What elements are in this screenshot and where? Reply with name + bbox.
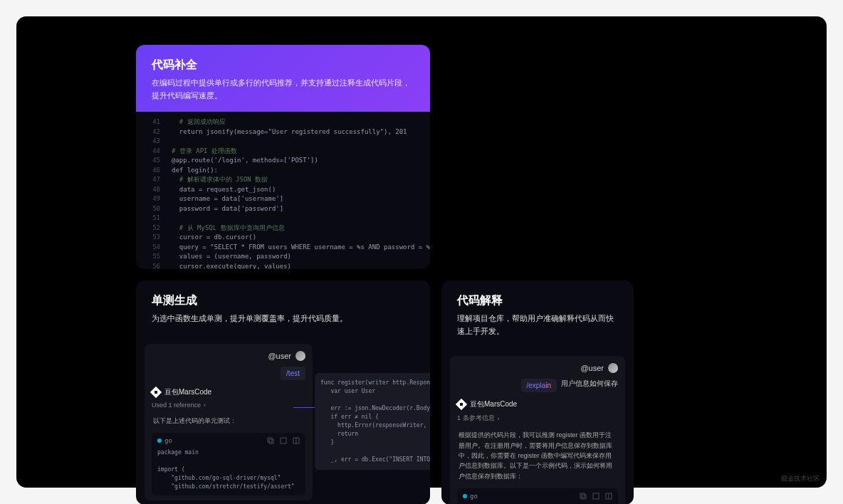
language-tag: go	[463, 493, 478, 500]
card-desc: 为选中函数生成单测，提升单测覆盖率，提升代码质量。	[152, 313, 414, 325]
source-code-preview: func register(writer http.Respon var use…	[315, 373, 430, 470]
code-line: 55 values = (username, password)	[136, 252, 430, 262]
card-desc: 在编码过程中提供单行或多行的代码推荐，并支持通过注释生成代码片段，提升代码编写速…	[152, 77, 414, 102]
avatar-icon	[608, 363, 618, 373]
intro-text: 以下是上述代码的单元测试：	[152, 413, 305, 429]
user-label: @user	[580, 364, 604, 372]
bot-header: 豆包MarsCode	[152, 387, 305, 397]
svg-rect-7	[593, 493, 599, 499]
reference-link[interactable]: 1 条参考信息 ›	[457, 414, 618, 423]
bot-header: 豆包MarsCode	[457, 399, 618, 409]
card-title: 代码补全	[152, 58, 414, 73]
code-line: 52 # 从 MySQL 数据库中查询用户信息	[136, 224, 430, 233]
diff-icon[interactable]	[605, 493, 612, 500]
card-desc: 理解项目仓库，帮助用户准确解释代码从而快速上手开发。	[457, 313, 618, 337]
code-line: 47 # 解析请求体中的 JSON 数据	[136, 175, 430, 185]
card-title: 代码解释	[457, 293, 618, 308]
chat-panel: @user /explain 用户信息如何保存 豆包MarsCode 1 条参考…	[450, 356, 625, 504]
code-line: 46def login():	[136, 166, 430, 176]
bot-name: 豆包MarsCode	[470, 399, 517, 409]
bot-logo-icon	[456, 399, 468, 411]
generated-code-block: go package main import ( "github.com/go-…	[152, 433, 305, 495]
svg-rect-0	[268, 438, 272, 442]
bot-name: 豆包MarsCode	[164, 387, 211, 397]
code-line: 45@app.route('/login', methods=['POST'])	[136, 156, 430, 166]
explanation-text: 根据提供的代码片段，我可以推测 register 函数用于注册用户。在注册用户时…	[457, 427, 618, 484]
avatar-icon	[295, 351, 305, 361]
code-line: 44# 登录 API 处理函数	[136, 147, 430, 157]
user-row: @user	[152, 351, 305, 361]
card-header: 代码补全 在编码过程中提供单行或多行的代码推荐，并支持通过注释生成代码片段，提升…	[136, 45, 430, 112]
language-tag: go	[157, 437, 172, 444]
card-unittest: 单测生成 为选中函数生成单测，提升单测覆盖率，提升代码质量。 @user /te…	[136, 280, 430, 504]
insert-icon[interactable]	[280, 437, 287, 444]
svg-rect-6	[582, 495, 586, 499]
card-header: 代码解释 理解项目仓库，帮助用户准确解释代码从而快速上手开发。	[441, 280, 634, 347]
card-explain: 代码解释 理解项目仓库，帮助用户准确解释代码从而快速上手开发。 @user /e…	[441, 280, 634, 504]
code-line: 49 username = data['username']	[136, 194, 430, 204]
copy-icon[interactable]	[580, 493, 587, 500]
feature-cards-container: 代码补全 在编码过程中提供单行或多行的代码推荐，并支持通过注释生成代码片段，提升…	[16, 16, 827, 488]
card-title: 单测生成	[152, 293, 414, 308]
copy-icon[interactable]	[267, 437, 274, 444]
code-line: 51	[136, 214, 430, 224]
svg-rect-1	[269, 439, 273, 443]
svg-rect-2	[281, 438, 286, 443]
reference-link[interactable]: Used 1 reference ›	[152, 401, 305, 409]
user-row: @user	[457, 363, 618, 373]
code-line: 53 cursor = db.cursor()	[136, 233, 430, 243]
code-line: 54 query = "SELECT * FROM users WHERE us…	[136, 243, 430, 253]
code-line: 50 password = data['password']	[136, 204, 430, 214]
insert-icon[interactable]	[592, 493, 599, 500]
chevron-right-icon: ›	[204, 401, 206, 409]
code-line: 56 cursor.execute(query, values)	[136, 262, 430, 269]
slash-command-tag[interactable]: /explain	[521, 379, 557, 392]
code-text: package main import ( "github.com/go-sql…	[157, 448, 300, 491]
card-header: 单测生成 为选中函数生成单测，提升单测覆盖率，提升代码质量。	[136, 280, 430, 335]
slash-command-tag[interactable]: /test	[281, 367, 305, 380]
watermark: 掘金技术社区	[781, 474, 820, 483]
chat-panel: @user /test 豆包MarsCode Used 1 reference …	[145, 344, 313, 500]
code-line: 43	[136, 137, 430, 147]
code-line: 48 data = request.get_json()	[136, 185, 430, 195]
user-query: 用户信息如何保存	[561, 379, 618, 392]
svg-rect-5	[580, 493, 585, 498]
chevron-right-icon: ›	[498, 415, 500, 422]
code-line: 41 # 返回成功响应	[136, 117, 430, 127]
bot-logo-icon	[150, 386, 162, 398]
code-snippet: 41 # 返回成功响应42 return jsonify(message="Us…	[136, 112, 430, 269]
code-line: 42 return jsonify(message="User register…	[136, 127, 430, 137]
example-code-block: go func register(writer http.ResponseWri…	[457, 488, 618, 504]
user-label: @user	[268, 352, 291, 360]
card-code-completion: 代码补全 在编码过程中提供单行或多行的代码推荐，并支持通过注释生成代码片段，提升…	[136, 45, 430, 269]
